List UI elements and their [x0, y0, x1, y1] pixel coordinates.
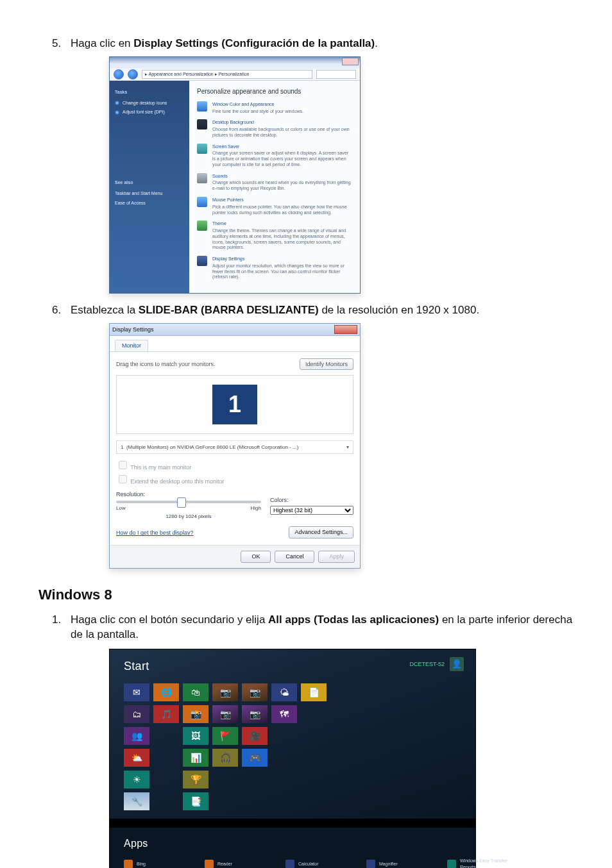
app-tile[interactable]: Bing: [124, 859, 193, 868]
monitor-select[interactable]: 1. (Multiple Monitors) on NVIDIA GeForce…: [116, 440, 353, 454]
start-tile-grid: ✉🗂👥⛅☀🔧🌐🎵🛍📸🖼📊🏆📑📷📷🚩🎧📷📷🎥🎮🌤🗺📄: [124, 683, 464, 810]
start-tile[interactable]: 📷: [242, 705, 268, 723]
start-tile[interactable]: 🎵: [153, 705, 179, 723]
user-name: DCETEST-52: [409, 660, 445, 669]
start-tile[interactable]: 🚩: [212, 727, 238, 745]
panel-item[interactable]: ThemeChange the theme. Themes can change…: [197, 221, 352, 251]
app-tile[interactable]: Calculator: [285, 859, 355, 868]
resolution-slider[interactable]: Resolution: LowHigh 1280 by 1024 pixels: [116, 490, 261, 520]
window-color-icon: [197, 101, 207, 112]
chevron-down-icon: ▾: [346, 444, 349, 451]
start-tile[interactable]: 🎥: [242, 727, 268, 745]
start-tile[interactable]: 📷: [242, 683, 268, 701]
start-tile[interactable]: 🌤: [271, 683, 297, 701]
app-tile[interactable]: Reader: [205, 859, 274, 868]
sidebar-item[interactable]: Adjust font size (DPI): [115, 109, 184, 115]
cancel-button[interactable]: Cancel: [275, 551, 314, 563]
panel-item[interactable]: Window Color and AppearanceFine tune the…: [197, 101, 352, 115]
desktop-background-icon: [197, 119, 207, 129]
panel-item[interactable]: Screen SaverChange your screen saver or …: [197, 144, 352, 168]
start-tile[interactable]: 🔧: [124, 792, 149, 810]
start-tile[interactable]: 👥: [124, 727, 149, 745]
ok-button[interactable]: OK: [241, 551, 271, 563]
start-tile[interactable]: ☀: [124, 771, 149, 789]
start-tile[interactable]: 🗺: [271, 705, 297, 723]
start-tile[interactable]: 📷: [212, 683, 238, 701]
app-icon: [205, 860, 214, 868]
sidebar-lower-heading: See also: [115, 179, 184, 186]
mouse-pointers-icon: [197, 197, 207, 207]
identify-monitors-button[interactable]: Identify Monitors: [300, 358, 353, 371]
screen-saver-icon: [197, 144, 207, 154]
app-tile[interactable]: Windows Easy Transfer Reports: [447, 859, 516, 868]
sidebar-heading: Tasks: [115, 89, 184, 96]
step-5-tail: .: [375, 37, 378, 49]
start-tile[interactable]: 📄: [301, 683, 327, 701]
w8-step-1-leadin: Haga clic con el botón secundario y elij…: [71, 613, 268, 626]
tab-monitor[interactable]: Monitor: [115, 340, 148, 351]
apply-button[interactable]: Apply: [318, 551, 355, 563]
step-6-bold: SLIDE-BAR (BARRA DESLIZANTE): [139, 304, 319, 316]
dialog-title: Display Settings: [112, 326, 154, 334]
close-icon[interactable]: [334, 325, 357, 334]
start-tile[interactable]: ⛅: [124, 749, 149, 767]
start-tile[interactable]: 📷: [212, 705, 238, 723]
checkbox-extend-desktop[interactable]: Extend the desktop onto this monitor: [116, 473, 353, 486]
panel-heading: Personalize appearance and sounds: [197, 87, 352, 96]
nav-forward-icon[interactable]: [128, 69, 138, 79]
colors-select[interactable]: Highest (32 bit): [270, 506, 353, 515]
windows-8-heading: Windows 8: [38, 587, 574, 603]
close-icon[interactable]: [342, 58, 359, 65]
apps-title: Apps: [124, 837, 464, 851]
drag-instruction: Drag the icons to match your monitors.: [116, 360, 216, 369]
app-icon: [447, 860, 456, 868]
start-tile[interactable]: 🏆: [183, 771, 208, 789]
breadcrumb[interactable]: ▸ Appearance and Personalization ▸ Perso…: [142, 70, 312, 79]
monitor-preview[interactable]: 1: [116, 375, 353, 434]
sidebar-item[interactable]: Change desktop icons: [115, 100, 184, 106]
start-tile[interactable]: 🖼: [183, 727, 208, 745]
checkbox-main-monitor[interactable]: This is my main monitor: [116, 459, 353, 472]
start-screen: Start DCETEST-52 ✉🗂👥⛅☀🔧🌐🎵🛍📸🖼📊🏆📑📷📷🚩🎧📷📷🎥🎮🌤…: [110, 649, 475, 819]
start-tile[interactable]: 🗂: [124, 705, 149, 723]
start-tile[interactable]: 🌐: [153, 683, 179, 701]
panel-item[interactable]: Display SettingsAdjust your monitor reso…: [197, 256, 352, 280]
start-tile[interactable]: 🎧: [212, 749, 238, 767]
panel-item[interactable]: SoundsChange which sounds are heard when…: [197, 173, 352, 192]
app-label: Magnifier: [379, 861, 398, 867]
start-tile[interactable]: 📑: [183, 792, 208, 810]
window-titlebar: [110, 57, 360, 69]
step-5-bold: Display Settings (Configuración de la pa…: [133, 37, 375, 49]
help-link[interactable]: How do I get the best display?: [116, 529, 194, 537]
w8-step-1-bold: All apps (Todas las aplicaciones): [268, 613, 439, 626]
step-6: Establezca la SLIDE-BAR (BARRA DESLIZANT…: [64, 303, 574, 569]
monitor-1-tile[interactable]: 1: [212, 385, 257, 424]
start-tile[interactable]: ✉: [124, 683, 149, 701]
apps-screen: Apps BingCalendarCameraDesktopFinanceGam…: [110, 828, 475, 868]
bullet-icon: [115, 101, 119, 105]
apps-grid: BingCalendarCameraDesktopFinanceGamesInt…: [124, 859, 464, 868]
nav-back-icon[interactable]: [114, 69, 124, 79]
panel-item[interactable]: Desktop BackgroundChoose from available …: [197, 119, 352, 138]
start-tile[interactable]: 🎮: [242, 749, 268, 767]
sidebar: Tasks Change desktop icons Adjust font s…: [110, 81, 189, 293]
start-tile[interactable]: 📊: [183, 749, 208, 767]
start-tile[interactable]: 🛍: [183, 683, 208, 701]
app-tile[interactable]: Magnifier: [366, 859, 436, 868]
screenshot-windows8: Start DCETEST-52 ✉🗂👥⛅☀🔧🌐🎵🛍📸🖼📊🏆📑📷📷🚩🎧📷📷🎥🎮🌤…: [109, 649, 476, 868]
screenshot-display-settings: Display Settings Monitor Drag the icons …: [109, 323, 361, 569]
main-panel: Personalize appearance and sounds Window…: [189, 81, 360, 293]
breadcrumb-text: ▸ Appearance and Personalization ▸ Perso…: [145, 71, 250, 78]
panel-item[interactable]: Mouse PointersPick a different mouse poi…: [197, 197, 352, 215]
sidebar-item[interactable]: Ease of Access: [115, 200, 184, 206]
sidebar-item[interactable]: Taskbar and Start Menu: [115, 190, 184, 197]
advanced-settings-button[interactable]: Advanced Settings...: [289, 526, 353, 538]
slider-thumb[interactable]: [177, 497, 186, 508]
bullet-icon: [115, 110, 119, 115]
start-tile[interactable]: 📸: [183, 705, 208, 723]
user-badge[interactable]: DCETEST-52: [409, 657, 464, 671]
display-settings-icon: [197, 256, 207, 266]
search-input[interactable]: [316, 70, 356, 79]
resolution-hint: 1280 by 1024 pixels: [116, 513, 261, 520]
step-6-leadin: Establezca la: [71, 304, 139, 316]
